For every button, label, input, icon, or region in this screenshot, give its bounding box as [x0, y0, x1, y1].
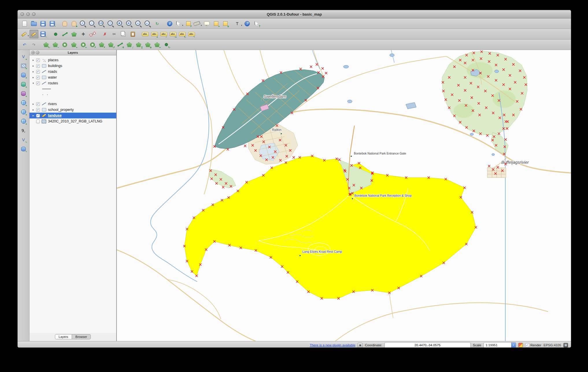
select-features[interactable]: ▾	[174, 19, 184, 28]
open-project[interactable]	[29, 19, 38, 28]
zoom-native[interactable]: 1:1	[97, 19, 106, 28]
labeling-options[interactable]	[141, 30, 150, 38]
help[interactable]: ?	[243, 19, 252, 28]
rotate-feature[interactable]: ↻	[42, 40, 51, 49]
label-highlight[interactable]: ✓	[159, 30, 168, 38]
expand-arrow-icon[interactable]: ▾	[32, 82, 35, 85]
layer-visibility-checkbox[interactable]: ✓	[36, 114, 40, 118]
panel-float-icon[interactable]: ▫	[36, 51, 39, 54]
zoom-in[interactable]: +	[79, 19, 88, 28]
render-checkbox[interactable]: ✓	[525, 343, 529, 347]
zoom-window-button[interactable]	[32, 12, 36, 16]
layer-item-school_property[interactable]: ▸✓school_property	[29, 107, 116, 113]
text-annotation[interactable]: T▾	[233, 19, 243, 28]
map-canvas[interactable]: SwellendamRailtonBontebok National Park …	[117, 50, 571, 341]
rotate-point-symbols[interactable]: ↻	[162, 40, 171, 49]
zoom-last[interactable]: ◂	[134, 19, 143, 28]
new-project[interactable]	[20, 19, 29, 28]
delete-ring[interactable]: ✗	[88, 40, 97, 49]
toggle-editing[interactable]	[29, 30, 38, 38]
zoom-next[interactable]: ▸	[143, 19, 152, 28]
tab-layers[interactable]: Layers	[55, 334, 72, 339]
show-bookmarks[interactable]: ≡	[221, 19, 230, 28]
add-feature-line[interactable]	[60, 30, 69, 38]
new-bookmark[interactable]: +	[212, 19, 221, 28]
layer-visibility-checkbox[interactable]: ✓	[36, 70, 40, 74]
add-wms-layer[interactable]: +	[19, 98, 28, 107]
layer-visibility-checkbox[interactable]: ✓	[36, 102, 40, 106]
layer-item-water[interactable]: ▸✓water	[29, 75, 116, 80]
expand-arrow-icon[interactable]: ▸	[32, 109, 35, 111]
redo[interactable]: ↷	[29, 40, 38, 49]
expand-arrow-icon[interactable]: ▸	[32, 59, 35, 62]
layer-visibility-checkbox[interactable]: ✓	[36, 64, 40, 68]
expand-arrow-icon[interactable]: ▸	[32, 76, 35, 79]
add-postgis-layer[interactable]: +	[19, 71, 28, 79]
layer-item-routes[interactable]: ▾✓routes	[29, 80, 116, 86]
zoom-full[interactable]: □	[106, 19, 115, 28]
whats-this[interactable]: ?	[252, 19, 261, 28]
layer-style-item[interactable]	[29, 86, 116, 92]
layer-style-item[interactable]	[29, 92, 116, 98]
save-layer-edits[interactable]: ✎	[39, 30, 48, 38]
layer-item-roads[interactable]: ▸✓roads	[29, 69, 116, 75]
plugin-icon[interactable]: ▣	[358, 343, 363, 348]
zoom-to-selection[interactable]: ▦	[116, 19, 125, 28]
save-project[interactable]	[38, 19, 47, 28]
plugin-available-link[interactable]: There is a new plugin available	[310, 343, 355, 347]
layer-item-landuse[interactable]: ▸✓landuse	[29, 113, 116, 118]
crs-status-icon[interactable]: ▦	[563, 343, 568, 347]
cut-features[interactable]: ✂	[110, 30, 119, 38]
layer-item-3420C_2010_327_RGB_LATLNG[interactable]: 3420C_2010_327_RGB_LATLNG	[29, 118, 116, 124]
new-shapefile-layer[interactable]: V✎	[19, 135, 28, 144]
merge-attributes[interactable]: =	[153, 40, 162, 49]
layer-visibility-checkbox[interactable]: ✓	[36, 108, 40, 112]
current-edits[interactable]: ▾	[20, 30, 29, 38]
layer-item-buildings[interactable]: ▸✓buildings	[29, 63, 116, 69]
tab-browser[interactable]: Browser	[72, 334, 91, 339]
layer-visibility-checkbox[interactable]: ✓	[36, 58, 40, 62]
layer-visibility-checkbox[interactable]: ✓	[36, 81, 40, 85]
label-move[interactable]: ↔	[169, 30, 177, 38]
delete-selected[interactable]: ✗	[101, 30, 110, 38]
layer-item-rivers[interactable]: ▸✓rivers	[29, 101, 116, 107]
simplify-feature[interactable]: ~	[51, 40, 60, 49]
copy-features[interactable]	[119, 30, 128, 38]
add-part[interactable]: +	[69, 40, 78, 49]
expand-arrow-icon[interactable]: ▸	[32, 70, 35, 73]
zoom-out[interactable]: −	[88, 19, 97, 28]
merge-features[interactable]: ⊕	[143, 40, 152, 49]
add-wfs-layer[interactable]: +	[19, 117, 28, 125]
zoom-to-layer[interactable]: ▤	[125, 19, 134, 28]
scale-combo[interactable]: 1:19951 ▾	[484, 342, 516, 348]
add-raster-layer[interactable]: +	[19, 62, 28, 70]
refresh-map[interactable]: ↻	[153, 19, 162, 28]
layer-visibility-checkbox[interactable]	[36, 120, 40, 123]
expand-arrow-icon[interactable]: ▸	[32, 65, 35, 67]
offset-curve[interactable]: ⇉	[116, 40, 125, 49]
expand-arrow-icon[interactable]: ▸	[32, 114, 35, 117]
pan-to-selection[interactable]: ★	[69, 19, 78, 28]
add-feature-point[interactable]	[51, 30, 60, 38]
add-spatialite-layer[interactable]: +	[19, 80, 28, 88]
label-properties[interactable]: ✎	[187, 30, 196, 38]
layer-visibility-checkbox[interactable]: ✓	[36, 76, 40, 79]
identify-features[interactable]: i	[165, 19, 174, 28]
map-tips[interactable]	[202, 19, 211, 28]
paste-features[interactable]	[128, 30, 137, 38]
add-feature-polygon[interactable]	[70, 30, 79, 38]
panel-close-icon[interactable]: ✕	[31, 51, 35, 54]
node-tool[interactable]	[88, 30, 97, 38]
minimize-window-button[interactable]	[26, 12, 30, 16]
coordinate-input[interactable]	[384, 342, 471, 348]
label-rotate[interactable]: ↻	[178, 30, 187, 38]
add-mssql-layer[interactable]: +	[19, 89, 28, 98]
save-project-as[interactable]: ✎	[48, 19, 57, 28]
add-wcs-layer[interactable]: +	[19, 108, 28, 116]
stop-rendering-icon[interactable]	[518, 343, 523, 347]
new-spatialite-layer[interactable]: ✎	[19, 145, 28, 153]
add-delimited-text-layer[interactable]: 9,	[19, 126, 28, 135]
deselect-features[interactable]: ✗	[184, 19, 193, 28]
layer-item-places[interactable]: ▸✓places	[29, 57, 116, 63]
add-vector-layer[interactable]: V+	[19, 52, 28, 61]
